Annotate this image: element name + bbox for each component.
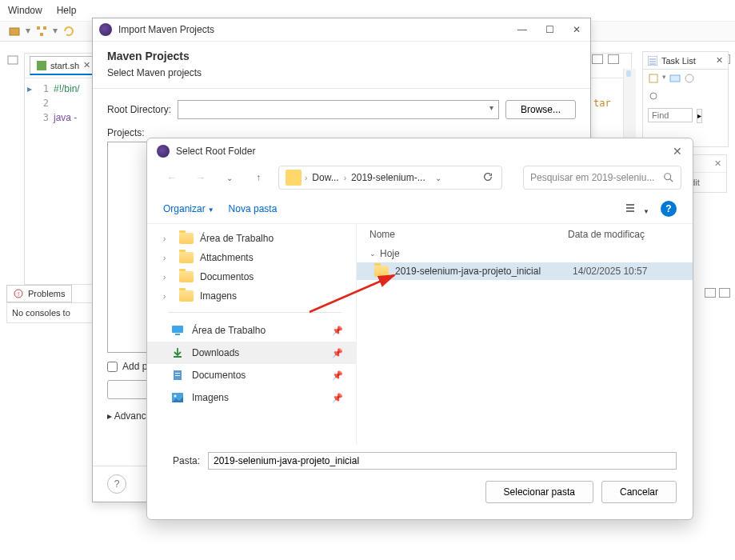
close-view-icon[interactable]: ✕ xyxy=(716,55,723,66)
minimize-view-icon[interactable] xyxy=(6,54,21,66)
search-icon xyxy=(663,172,674,183)
folder-row-selected[interactable]: 2019-selenium-java-projeto_inicial 14/02… xyxy=(357,262,693,280)
add-project-checkbox[interactable] xyxy=(107,362,118,372)
breadcrumb-bar[interactable]: › Dow... › 2019-selenium-... ⌄ xyxy=(278,166,502,190)
new-task-icon[interactable] xyxy=(648,73,659,84)
picture-icon xyxy=(171,391,184,404)
pin-icon[interactable]: 📌 xyxy=(332,370,343,381)
editor-min-icon[interactable] xyxy=(592,54,603,64)
maven-heading: Maven Projects xyxy=(107,50,576,62)
svg-rect-5 xyxy=(37,61,46,70)
cancel-button[interactable]: Cancelar xyxy=(601,481,677,503)
minimize-button[interactable]: — xyxy=(517,24,528,35)
nav-forward-icon[interactable]: → xyxy=(192,172,210,183)
editor-max-icon[interactable] xyxy=(608,54,619,64)
select-folder-button[interactable]: Selecionar pasta xyxy=(485,481,593,503)
root-directory-label: Root Directory: xyxy=(107,104,171,115)
breadcrumb-dropdown-icon[interactable]: ⌄ xyxy=(435,174,441,182)
tasklist-find-input[interactable] xyxy=(648,108,693,122)
fav-downloads[interactable]: Downloads 📌 xyxy=(147,342,356,364)
refresh-icon[interactable] xyxy=(62,25,75,38)
folder-tree-sidebar: ›Área de Trabalho ›Attachments ›Document… xyxy=(147,224,357,444)
pasta-input[interactable] xyxy=(208,452,677,470)
help-button[interactable]: ? xyxy=(107,474,126,494)
svg-rect-2 xyxy=(43,26,46,30)
svg-rect-18 xyxy=(175,334,180,335)
problems-icon: ! xyxy=(14,289,23,298)
bottom-view-min[interactable] xyxy=(705,288,716,298)
code-fragment: tar xyxy=(593,98,611,109)
date-group-header[interactable]: ⌄Hoje xyxy=(357,245,693,262)
menu-window[interactable]: Window xyxy=(8,5,42,16)
projects-label: Projects: xyxy=(107,127,576,138)
refresh-icon[interactable] xyxy=(482,171,493,185)
category-icon[interactable] xyxy=(669,73,681,84)
document-icon xyxy=(171,369,184,382)
tree-item-documents[interactable]: ›Documentos xyxy=(147,267,356,286)
editor-tab-label: start.sh xyxy=(50,61,79,70)
desktop-icon xyxy=(171,324,184,337)
focus-icon[interactable] xyxy=(684,73,695,84)
tree-item-images[interactable]: ›Imagens xyxy=(147,286,356,306)
close-button[interactable]: ✕ xyxy=(571,24,582,35)
tasklist-title: Task List xyxy=(661,56,696,66)
folder-name: 2019-selenium-java-projeto_inicial xyxy=(395,266,566,277)
pin-icon[interactable]: 📌 xyxy=(332,393,343,403)
fav-images[interactable]: Imagens 📌 xyxy=(147,386,356,409)
search-input[interactable]: Pesquisar em 2019-seleniu... xyxy=(523,166,681,190)
help-icon[interactable]: ? xyxy=(661,201,677,217)
pin-icon[interactable]: 📌 xyxy=(332,348,343,358)
shell-file-icon xyxy=(37,61,46,70)
problems-tab[interactable]: ! Problems xyxy=(6,285,72,302)
root-directory-input[interactable]: ▾ xyxy=(178,100,499,119)
tree-item-desktop[interactable]: ›Área de Trabalho xyxy=(147,229,356,248)
line-number: 1 xyxy=(34,82,54,96)
tasklist-find-next[interactable]: ▸ xyxy=(697,109,702,123)
svg-rect-0 xyxy=(10,28,19,35)
svg-rect-4 xyxy=(8,56,18,64)
breadcrumb-segment[interactable]: 2019-selenium-... xyxy=(346,172,430,183)
close-tab-icon[interactable]: ✕ xyxy=(83,60,90,70)
column-header-date[interactable]: Data de modificaç xyxy=(568,229,680,240)
view-mode-icon[interactable]: ▼ xyxy=(625,202,649,216)
nav-up-icon[interactable]: ↑ xyxy=(250,172,267,183)
fav-documents[interactable]: Documentos 📌 xyxy=(147,364,356,386)
eclipse-icon xyxy=(99,23,112,36)
fav-desktop[interactable]: Área de Trabalho 📌 xyxy=(147,319,356,342)
svg-rect-8 xyxy=(670,75,680,82)
maven-subheading: Select Maven projects xyxy=(107,67,576,78)
close-button[interactable]: ✕ xyxy=(672,146,683,157)
menu-help[interactable]: Help xyxy=(57,5,77,16)
browse-button[interactable]: Browse... xyxy=(505,100,576,119)
folder-icon xyxy=(179,271,194,282)
tree-item-attachments[interactable]: ›Attachments xyxy=(147,248,356,267)
editor-tab-startsh[interactable]: start.sh ✕ xyxy=(30,56,98,75)
nav-back-icon[interactable]: ← xyxy=(163,172,181,183)
folder-icon xyxy=(374,266,389,277)
sync-icon[interactable] xyxy=(648,90,659,102)
maximize-button[interactable]: ☐ xyxy=(544,24,555,35)
svg-rect-1 xyxy=(37,26,40,30)
svg-point-12 xyxy=(665,174,671,180)
svg-text:!: ! xyxy=(18,290,19,298)
package-icon[interactable] xyxy=(8,25,21,38)
select-root-folder-dialog: Select Root Folder ✕ ← → ⌄ ↑ › Dow... › … xyxy=(146,138,693,520)
close-outline-icon[interactable]: ✕ xyxy=(714,158,721,169)
pin-icon[interactable]: 📌 xyxy=(332,326,343,336)
editor-controls xyxy=(592,54,619,64)
new-folder-button[interactable]: Nova pasta xyxy=(229,203,278,214)
folder-icon xyxy=(179,252,194,263)
bottom-view-max[interactable] xyxy=(719,288,730,298)
nav-recent-icon[interactable]: ⌄ xyxy=(221,174,238,182)
svg-point-23 xyxy=(174,395,177,398)
svg-rect-3 xyxy=(40,33,43,36)
svg-point-9 xyxy=(685,74,693,82)
code-text: #!/bin/ xyxy=(54,83,80,94)
column-header-name[interactable]: Nome xyxy=(369,229,568,240)
hierarchy-icon[interactable] xyxy=(35,25,48,38)
tasklist-icon xyxy=(648,56,657,66)
svg-rect-7 xyxy=(649,74,657,82)
organize-menu[interactable]: Organizar▼ xyxy=(163,203,214,214)
svg-rect-17 xyxy=(172,326,183,333)
breadcrumb-segment[interactable]: Dow... xyxy=(307,172,343,183)
